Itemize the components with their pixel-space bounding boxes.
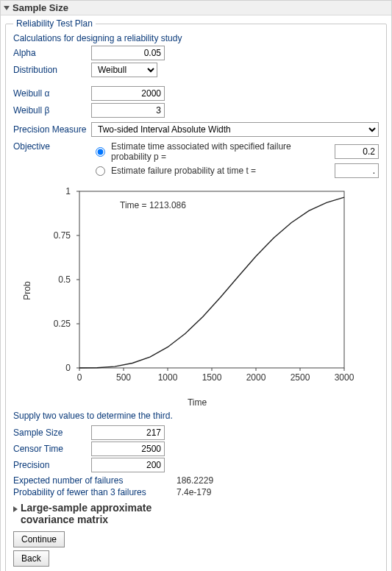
section-title: Sample Size [13,2,68,13]
distribution-select[interactable]: Weibull [91,63,157,77]
objective-opt1-label: Estimate time associated with specified … [111,141,327,162]
sample-size-label: Sample Size [13,428,87,438]
x-axis-label: Time [35,397,359,408]
objective-radio-prob[interactable] [96,166,105,176]
alpha-input[interactable] [91,46,165,60]
weibull-beta-label: Weibull β [13,105,87,116]
y-tick: 0.75 [49,230,71,241]
section-header: Sample Size [1,1,391,15]
svg-rect-0 [79,191,344,368]
distribution-label: Distribution [13,65,87,75]
objective-radio-time[interactable] [96,147,105,157]
y-tick: 0.25 [49,319,71,329]
covariance-matrix-title: Large-sample approximate covariance matr… [21,502,175,525]
prob-fewer3-label: Probability of fewer than 3 failures [13,487,168,497]
weibull-beta-input[interactable] [91,103,165,118]
x-tick: 1000 [158,372,178,383]
weibull-alpha-input[interactable] [91,86,165,101]
y-tick: 1 [49,186,71,196]
x-tick: 2000 [246,372,266,383]
objective-label: Objective [13,141,87,152]
x-tick: 2500 [291,372,310,383]
back-button[interactable]: Back [13,550,49,567]
objective-opt2-label: Estimate failure probability at time t = [111,166,327,176]
expected-failures-label: Expected number of failures [13,475,168,486]
sample-size-input[interactable] [91,425,165,440]
x-tick: 3000 [335,372,354,383]
objective-t-input[interactable] [335,163,379,178]
objective-p-input[interactable] [335,144,379,159]
x-tick: 500 [116,372,131,383]
covariance-disclosure-icon[interactable] [13,506,18,512]
expected-failures-value: 186.2229 [177,475,213,486]
precision-input[interactable] [91,458,165,472]
intro-text: Calculations for designing a reliability… [13,33,379,43]
chart-svg [35,184,359,397]
y-tick: 0.5 [49,274,71,285]
plan-legend: Reliability Test Plan [13,18,96,29]
precision-measure-label: Precision Measure [13,124,87,135]
x-tick: 0 [77,372,82,383]
alpha-label: Alpha [13,48,87,58]
weibull-alpha-label: Weibull α [13,88,87,99]
x-tick: 1500 [202,372,222,383]
disclosure-toggle-icon[interactable] [4,6,10,10]
y-tick: 0 [49,363,71,373]
cdf-chart: Prob 1 0.75 0.5 0.25 0 0 500 1000 1500 2… [35,184,359,397]
continue-button[interactable]: Continue [13,531,65,547]
supply-text: Supply two values to determine the third… [13,411,379,421]
prob-fewer3-value: 7.4e-179 [177,487,211,497]
y-axis-label: Prob [22,281,32,299]
censor-time-label: Censor Time [13,444,87,454]
precision-label: Precision [13,460,87,470]
reliability-test-plan-group: Reliability Test Plan Calculations for d… [5,18,387,571]
chart-annotation: Time = 1213.086 [120,200,186,210]
sample-size-panel: Sample Size Reliability Test Plan Calcul… [0,0,392,571]
precision-measure-select[interactable]: Two-sided Interval Absolute Width [91,122,379,137]
censor-time-input[interactable] [91,441,165,456]
